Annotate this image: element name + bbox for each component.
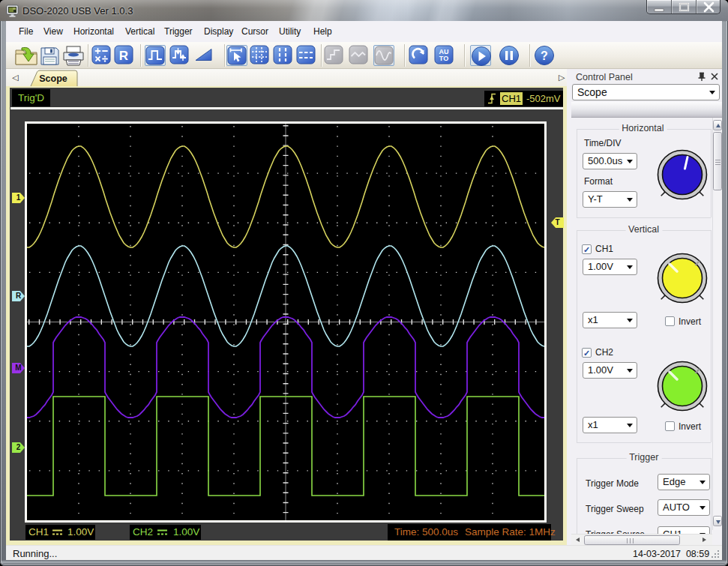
svg-text:AU: AU: [439, 48, 449, 55]
svg-text:Scope: Scope: [39, 73, 67, 84]
svg-text:?: ?: [541, 49, 548, 62]
svg-text:TO: TO: [439, 55, 448, 62]
svg-text:R: R: [119, 49, 128, 63]
